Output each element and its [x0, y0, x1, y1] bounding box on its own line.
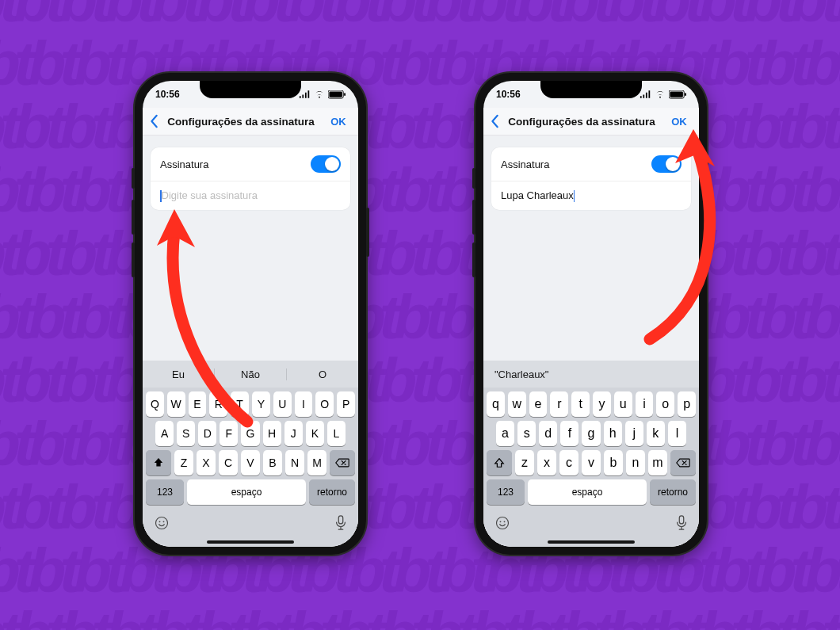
kb-bottom	[483, 505, 699, 538]
key[interactable]: d	[539, 421, 557, 446]
key[interactable]: B	[263, 450, 282, 475]
content-area: Assinatura Lupa Charleaux "Charleaux" qw…	[483, 135, 699, 547]
key[interactable]: K	[306, 421, 324, 446]
key[interactable]: S	[177, 421, 195, 446]
numbers-key[interactable]: 123	[146, 479, 184, 505]
kb-row: 123 espaço retorno	[483, 475, 699, 505]
ok-button[interactable]: OK	[323, 116, 358, 128]
key[interactable]: p	[678, 391, 696, 417]
space-key[interactable]: espaço	[528, 479, 647, 505]
suggestion[interactable]: Eu	[143, 368, 215, 380]
kb-row: ASDFGHJKL	[143, 417, 358, 446]
key[interactable]: b	[604, 450, 623, 475]
nav-bar: Configurações da assinatura OK	[143, 108, 358, 136]
key[interactable]: C	[219, 450, 238, 475]
key[interactable]: Z	[174, 450, 193, 475]
key[interactable]: a	[496, 421, 514, 446]
suggestion[interactable]: O	[287, 368, 358, 380]
key[interactable]: q	[487, 391, 505, 417]
signature-toggle[interactable]	[311, 155, 341, 173]
key[interactable]: F	[220, 421, 238, 446]
suggestion[interactable]: Não	[215, 368, 287, 380]
key[interactable]: Y	[252, 391, 270, 417]
key[interactable]: W	[167, 391, 185, 417]
shift-key[interactable]	[487, 450, 512, 475]
key[interactable]: g	[582, 421, 600, 446]
key[interactable]: V	[241, 450, 260, 475]
kb-row: asdfghjkl	[483, 417, 699, 446]
key[interactable]: U	[273, 391, 292, 417]
numbers-key[interactable]: 123	[487, 479, 525, 505]
notch	[200, 81, 301, 98]
battery-icon	[669, 90, 686, 99]
backspace-key[interactable]	[330, 450, 355, 475]
key[interactable]: t	[571, 391, 590, 417]
key[interactable]: h	[604, 421, 622, 446]
svg-rect-2	[344, 93, 346, 96]
signature-input[interactable]: Lupa Charleaux	[491, 181, 691, 210]
key[interactable]: c	[559, 450, 578, 475]
dictation-key[interactable]	[675, 515, 688, 534]
screen-right: 10:56 Configurações da assinatura OK Ass…	[483, 81, 699, 547]
signature-toggle[interactable]	[651, 155, 682, 173]
key[interactable]: e	[529, 391, 548, 417]
emoji-key[interactable]	[494, 515, 510, 534]
key[interactable]: i	[636, 391, 654, 417]
key[interactable]: G	[241, 421, 259, 446]
shift-key[interactable]	[146, 450, 171, 475]
key[interactable]: H	[263, 421, 281, 446]
key[interactable]: L	[327, 421, 346, 446]
key[interactable]: Q	[146, 391, 164, 417]
signature-card: Assinatura Digite sua assinatura	[151, 147, 350, 210]
dictation-key[interactable]	[334, 515, 347, 534]
key[interactable]: w	[508, 391, 526, 417]
content-area: Assinatura Digite sua assinatura Eu Não …	[143, 135, 358, 547]
home-indicator[interactable]	[207, 540, 294, 544]
key[interactable]: J	[284, 421, 303, 446]
key[interactable]: l	[668, 421, 686, 446]
key[interactable]: z	[515, 450, 534, 475]
phone-button	[132, 168, 135, 189]
home-indicator[interactable]	[548, 540, 635, 544]
key[interactable]: T	[231, 391, 249, 417]
key[interactable]: x	[537, 450, 556, 475]
key[interactable]: s	[517, 421, 536, 446]
emoji-key[interactable]	[154, 515, 170, 534]
key[interactable]: r	[550, 391, 568, 417]
return-key[interactable]: retorno	[650, 479, 696, 505]
shift-icon	[153, 457, 164, 468]
emoji-icon	[154, 515, 170, 531]
key[interactable]: D	[198, 421, 216, 446]
key[interactable]: A	[155, 421, 174, 446]
key[interactable]: k	[647, 421, 665, 446]
key[interactable]: o	[656, 391, 674, 417]
key[interactable]: f	[560, 421, 578, 446]
key[interactable]: R	[209, 391, 227, 417]
suggestion[interactable]: "Charleaux"	[494, 368, 549, 380]
key[interactable]: j	[625, 421, 643, 446]
key[interactable]: E	[189, 391, 207, 417]
key[interactable]: P	[337, 391, 355, 417]
nav-title: Configurações da assinatura	[158, 116, 323, 128]
key[interactable]: M	[307, 450, 326, 475]
key[interactable]: v	[582, 450, 601, 475]
svg-point-12	[504, 521, 506, 522]
key[interactable]: m	[648, 450, 667, 475]
space-key[interactable]: espaço	[187, 479, 306, 505]
key[interactable]: I	[295, 391, 313, 417]
backspace-key[interactable]	[670, 450, 696, 475]
toggle-knob	[666, 157, 680, 171]
return-key[interactable]: retorno	[309, 479, 355, 505]
battery-icon	[328, 90, 346, 99]
ok-button[interactable]: OK	[664, 116, 699, 128]
key[interactable]: O	[315, 391, 334, 417]
status-time: 10:56	[496, 89, 521, 100]
svg-point-10	[497, 517, 509, 529]
key[interactable]: N	[285, 450, 304, 475]
key[interactable]: u	[614, 391, 632, 417]
toggle-row: Assinatura	[151, 147, 350, 181]
key[interactable]: n	[626, 450, 645, 475]
key[interactable]: y	[593, 391, 611, 417]
key[interactable]: X	[197, 450, 216, 475]
signature-input[interactable]: Digite sua assinatura	[151, 181, 350, 210]
